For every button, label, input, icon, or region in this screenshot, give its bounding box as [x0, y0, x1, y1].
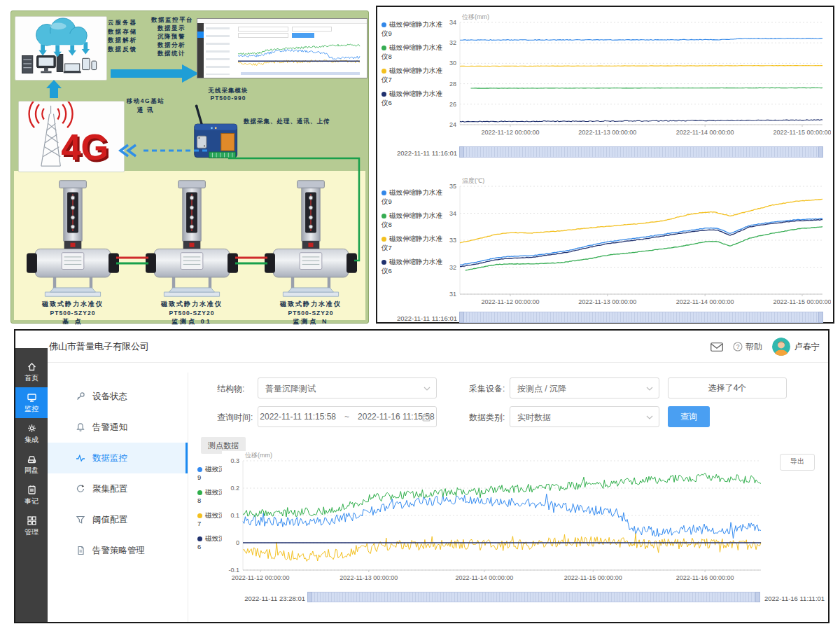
sensor-label-base: 磁致式静力水准仪 PT500-SZY20 基 点 [27, 300, 119, 326]
main-datazoom[interactable] [308, 592, 760, 602]
module-process-caption: 数据采集、处理、通讯、上传 [244, 118, 367, 126]
document-icon [76, 546, 85, 555]
mini-filter [238, 27, 288, 32]
temperature-datazoom[interactable] [460, 312, 822, 323]
mini-filter [292, 27, 332, 32]
date-from: 2022-11-11 11:15:58 [260, 412, 336, 422]
displacement-legend: 磁致伸缩静力水准仪9 磁致伸缩静力水准仪8 磁致伸缩静力水准仪7 磁致伸缩静力水… [382, 20, 444, 112]
bell-icon [76, 422, 85, 432]
svg-text:0.3: 0.3 [230, 457, 239, 464]
company-title: 佛山市普量电子有限公司 [49, 340, 149, 353]
svg-text:2022-11-12 00:00:00: 2022-11-12 00:00:00 [232, 574, 290, 581]
grid-icon [27, 515, 37, 526]
legend-item[interactable]: 磁致伸缩静力水准仪9 [382, 188, 444, 206]
legend-item[interactable]: 磁致伸缩静力水准仪8 [382, 211, 444, 229]
svg-text:2022-11-15 00:00:00: 2022-11-15 00:00:00 [564, 574, 622, 581]
series-dot [382, 92, 386, 97]
cloud-server-caption: 云服务器 数据存储 数据解析 数据反馈 [108, 18, 137, 53]
refresh-icon [76, 484, 85, 494]
legend-item[interactable]: 磁致伸缩静力水准仪7 [382, 66, 444, 84]
menu-item-device-status[interactable]: 设备状态 [48, 381, 188, 412]
level-sensor-n [265, 179, 357, 298]
scroll-start-time: 2022-11-11 11:16:01 [383, 149, 457, 157]
svg-text:2022-11-15 00:00:00: 2022-11-15 00:00:00 [774, 129, 831, 136]
legend-item[interactable]: 磁致伸缩静力水准仪6 [382, 89, 444, 107]
svg-text:?: ? [736, 343, 740, 350]
mini-titlebar [197, 19, 367, 24]
svg-text:2022-11-14 00:00:00: 2022-11-14 00:00:00 [676, 129, 734, 136]
menu-item-data-monitor[interactable]: 数据监控 [48, 443, 188, 473]
data-category-label: 数据类别: [469, 412, 505, 424]
scroll-start-time: 2022-11-11 23:28:01 [238, 595, 305, 602]
calendar-icon [422, 413, 430, 422]
header-divider [48, 362, 828, 363]
legend-item[interactable]: 磁致伸缩静力水准仪7 [382, 234, 444, 252]
svg-text:2022-11-15 00:00:00: 2022-11-15 00:00:00 [774, 298, 831, 305]
sidebar-item-monitor[interactable]: 监控 [15, 387, 48, 418]
device-select[interactable]: 按测点 / 沉降 [510, 377, 659, 398]
menu-item-alarm-notify[interactable]: 告警通知 [48, 412, 188, 443]
chevron-down-icon [646, 415, 653, 419]
svg-text:28: 28 [449, 81, 456, 88]
sensor-label-n: 磁致式静力水准仪 PT500-SZY20 监测点 N [265, 300, 357, 326]
cloud-devices-icon [15, 17, 105, 78]
export-button[interactable]: 导出 [780, 454, 815, 471]
mail-icon[interactable] [710, 342, 723, 352]
menu-item-alarm-strategy[interactable]: 告警策略管理 [48, 535, 188, 566]
structure-select[interactable]: 普量沉降测试 [258, 377, 437, 398]
svg-text:31: 31 [449, 291, 456, 298]
wireless-link-arrow [115, 143, 209, 158]
scroll-start-time: 2022-11-11 11:16:01 [383, 314, 457, 322]
svg-text:温度(℃): 温度(℃) [462, 177, 484, 184]
home-icon [27, 361, 37, 372]
svg-text:33: 33 [449, 237, 456, 244]
avatar [772, 338, 790, 356]
structure-label: 结构物: [217, 383, 244, 395]
screenshot-root: 云服务器 数据存储 数据解析 数据反馈 数据监控平台 数据显示 沉降预警 数据分… [0, 0, 840, 631]
menu-item-aggregation-config[interactable]: 聚集配置 [48, 473, 188, 504]
svg-text:2022-11-13 00:00:00: 2022-11-13 00:00:00 [578, 298, 636, 305]
monitor-icon [27, 392, 37, 403]
selected-points-button[interactable]: 选择了4个 [668, 377, 787, 398]
sidebar-item-netdisk[interactable]: 网盘 [15, 449, 48, 480]
drive-icon [27, 454, 37, 464]
date-range-picker[interactable]: 2022-11-11 11:15:58 ~ 2022-11-16 11:15:5… [258, 406, 437, 427]
series-dot [382, 190, 386, 195]
legend-item[interactable]: 磁致伸缩静力水准仪6 [382, 257, 444, 275]
svg-text:0.1: 0.1 [230, 512, 239, 519]
legend-item[interactable]: 磁致伸缩静力水准仪8 [382, 43, 444, 61]
sidebar-item-integration[interactable]: 集成 [15, 418, 48, 449]
svg-text:2022-11-14 00:00:00: 2022-11-14 00:00:00 [676, 298, 734, 305]
4g-tower-icon: 4G 4G [19, 102, 122, 170]
sidebar-item-journal[interactable]: 事记 [15, 480, 48, 511]
query-time-label: 查询时间: [217, 412, 253, 424]
mini-menu [206, 27, 230, 75]
sensor-charts-panel: 磁致伸缩静力水准仪9 磁致伸缩静力水准仪8 磁致伸缩静力水准仪7 磁致伸缩静力水… [376, 6, 834, 324]
svg-text:-0.1: -0.1 [228, 567, 239, 574]
module-menu: 设备状态 告警通知 数据监控 聚集配置 阈值配置 告警策略管理 [48, 381, 188, 566]
data-category-select[interactable]: 实时数据 [510, 406, 659, 427]
monitoring-dashboard: 佛山市普量电子有限公司 ? 帮助 [14, 329, 830, 623]
query-button[interactable]: 查询 [668, 406, 710, 427]
legend-item[interactable]: 磁致伸缩静力水准仪9 [382, 20, 444, 38]
4g-caption: 移动4G基站 通 讯 [118, 97, 174, 115]
user-profile[interactable]: 卢春宁 [772, 338, 820, 356]
app-sidebar: 首页 监控 集成 网盘 事记 管理 [15, 348, 48, 622]
displacement-datazoom[interactable] [460, 146, 822, 158]
svg-text:2022-11-14 00:00:00: 2022-11-14 00:00:00 [455, 574, 513, 581]
system-diagram: 云服务器 数据存储 数据解析 数据反馈 数据监控平台 数据显示 沉降预警 数据分… [10, 11, 369, 324]
series-dot [197, 536, 202, 541]
date-separator: ~ [344, 412, 349, 422]
svg-text:35: 35 [449, 183, 456, 190]
temperature-legend: 磁致伸缩静力水准仪9 磁致伸缩静力水准仪8 磁致伸缩静力水准仪7 磁致伸缩静力水… [382, 188, 444, 280]
series-dot [197, 490, 202, 495]
svg-text:30: 30 [449, 60, 456, 67]
menu-item-threshold-config[interactable]: 阈值配置 [48, 504, 188, 535]
svg-text:0: 0 [236, 539, 239, 546]
mini-filter [238, 33, 288, 38]
point-data-chart: -0.100.10.20.32022-11-12 00:00:002022-11… [222, 451, 782, 591]
help-button[interactable]: ? 帮助 [733, 341, 762, 353]
sidebar-item-home[interactable]: 首页 [15, 356, 48, 387]
sidebar-item-management[interactable]: 管理 [15, 511, 48, 541]
svg-text:32: 32 [449, 39, 456, 46]
